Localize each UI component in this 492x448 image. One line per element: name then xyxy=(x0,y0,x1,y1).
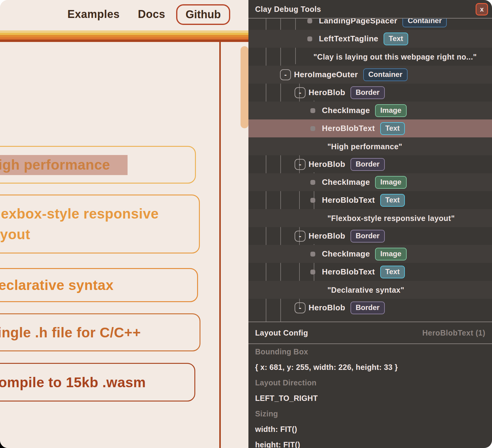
leaf-bullet-icon xyxy=(310,108,315,113)
tree-element-row[interactable]: LandingPageSpacerContainer xyxy=(248,19,492,30)
element-name: HeroImageOuter xyxy=(294,70,358,79)
feature-box: Flexbox-style responsive layout xyxy=(0,195,200,253)
tree-element-row[interactable]: -HeroImageOuterContainer xyxy=(248,66,492,84)
tree-element-row[interactable]: -HeroBlobBorder xyxy=(248,299,492,317)
element-type-badge: Container xyxy=(363,68,408,81)
element-type-badge: Text xyxy=(380,266,405,278)
text-content-preview: "Clay is laying out this webpage right n… xyxy=(313,52,477,61)
element-name: HeroBlobText xyxy=(322,195,375,205)
element-name: CheckImage xyxy=(322,249,370,259)
debug-panel-title: Clay Debug Tools xyxy=(255,5,321,14)
element-type-badge: Border xyxy=(350,158,385,171)
collapse-button[interactable]: - xyxy=(295,302,306,313)
page-scrollbar-thumb[interactable] xyxy=(241,46,248,128)
close-button[interactable]: x xyxy=(476,3,488,16)
element-name: CheckImage xyxy=(322,177,370,187)
feature-label: Single .h file for C/C++ xyxy=(0,322,141,343)
element-label-group: CheckImageImage xyxy=(322,104,407,117)
element-name: HeroBlobText xyxy=(322,267,375,277)
element-type-badge: Border xyxy=(350,86,385,99)
element-type-badge: Text xyxy=(380,194,405,207)
element-type-badge: Border xyxy=(350,230,385,243)
element-label-group: HeroBlobTextText xyxy=(322,266,405,278)
element-name: LeftTextTagline xyxy=(319,34,378,43)
element-type-badge: Image xyxy=(375,104,406,117)
element-label-group: HeroBlobBorder xyxy=(309,302,385,314)
element-label-group: CheckImageImage xyxy=(322,248,407,260)
text-content-preview: "Declarative syntax" xyxy=(327,285,404,294)
tree-element-row[interactable]: -HeroBlobBorder xyxy=(248,227,492,245)
element-type-badge: Border xyxy=(350,302,385,314)
config-field-value: LEFT_TO_RIGHT xyxy=(248,391,492,406)
leaf-bullet-icon xyxy=(310,252,315,257)
leaf-bullet-icon xyxy=(310,126,315,131)
collapse-button[interactable]: - xyxy=(295,159,306,170)
leaf-bullet-icon xyxy=(307,36,312,41)
selected-element-label: HeroBlobText (1) xyxy=(422,329,485,337)
feature-label: High performance xyxy=(0,154,110,175)
text-content-preview: "Flexbox-style responsive layout" xyxy=(327,214,455,222)
element-label-group: CheckImageImage xyxy=(322,176,407,189)
config-field-label: Sizing xyxy=(248,406,492,422)
tree-element-row[interactable]: CheckImageImage xyxy=(248,173,492,191)
tree-element-row[interactable]: LeftTextTaglineText xyxy=(248,30,492,48)
clay-debug-panel: Clay Debug Tools x LandingPageSpacerCont… xyxy=(248,0,492,448)
collapse-button[interactable]: - xyxy=(295,231,306,242)
element-tree: LandingPageSpacerContainerLeftTextTaglin… xyxy=(248,19,492,322)
element-name: HeroBlobText xyxy=(322,124,375,133)
element-label-group: LandingPageSpacerContainer xyxy=(319,19,447,27)
collapse-button[interactable]: - xyxy=(295,87,306,98)
config-field-value: { x: 681, y: 255, width: 226, height: 33… xyxy=(248,360,492,375)
github-button[interactable]: Github xyxy=(176,4,230,25)
config-field-label: Layout Direction xyxy=(248,375,492,391)
tree-text-row[interactable]: "Flexbox-style responsive layout" xyxy=(248,209,492,227)
tree-element-row[interactable]: -HeroBlobBorder xyxy=(248,84,492,102)
leaf-bullet-icon xyxy=(310,270,315,274)
leaf-bullet-icon xyxy=(307,19,312,23)
tree-text-row[interactable]: "Clay is laying out this webpage right n… xyxy=(248,48,492,66)
element-label-group: HeroBlobTextText xyxy=(322,194,405,207)
element-type-badge: Image xyxy=(375,176,406,189)
tree-text-row[interactable]: "High performance" xyxy=(248,137,492,155)
tree-element-row[interactable]: HeroBlobTextText xyxy=(248,191,492,209)
feature-box: High performance xyxy=(0,146,196,184)
element-type-badge: Text xyxy=(384,33,408,45)
tree-element-row[interactable]: CheckImageImage xyxy=(248,245,492,263)
tree-text-row[interactable]: "Declarative syntax" xyxy=(248,281,492,299)
element-name: LandingPageSpacer xyxy=(319,19,397,26)
element-label-group: HeroBlobBorder xyxy=(309,230,385,243)
leaf-bullet-icon xyxy=(310,198,315,203)
debug-panel-header: Clay Debug Tools x xyxy=(248,0,492,19)
element-type-badge: Text xyxy=(380,122,405,135)
tree-element-row[interactable]: -HeroBlobBorder xyxy=(248,155,492,173)
feature-box: Single .h file for C/C++ xyxy=(0,313,200,351)
element-type-badge: Container xyxy=(402,19,447,27)
nav-link-docs[interactable]: Docs xyxy=(138,8,165,21)
element-label-group: HeroBlobBorder xyxy=(309,86,385,99)
element-name: HeroBlob xyxy=(309,88,345,97)
layout-config-body: Bounding Box{ x: 681, y: 255, width: 226… xyxy=(248,344,492,448)
layout-config-title: Layout Config xyxy=(255,329,308,337)
nav-link-examples[interactable]: Examples xyxy=(67,8,120,21)
tree-element-row[interactable]: HeroBlobTextText xyxy=(248,119,492,137)
element-name: HeroBlob xyxy=(309,303,345,312)
element-type-badge: Image xyxy=(375,248,406,260)
tree-element-row[interactable]: HeroBlobTextText xyxy=(248,263,492,281)
element-name: HeroBlob xyxy=(309,231,345,241)
config-field-value: width: FIT() xyxy=(248,422,492,437)
leaf-bullet-icon xyxy=(310,180,315,185)
layout-config-header: Layout Config HeroBlobText (1) xyxy=(248,322,492,343)
text-content-preview: "High performance" xyxy=(327,142,402,151)
config-field-label: Bounding Box xyxy=(248,344,492,360)
element-name: CheckImage xyxy=(322,106,370,115)
screenshot-stage: Examples Docs Github High performanceFle… xyxy=(0,0,492,448)
feature-box: Compile to 15kb .wasm xyxy=(0,363,195,401)
collapse-button[interactable]: - xyxy=(280,69,291,80)
feature-label: Declarative syntax xyxy=(0,275,114,295)
config-field-value: height: FIT() xyxy=(248,437,492,448)
tree-element-row[interactable]: CheckImageImage xyxy=(248,102,492,119)
feature-label: Flexbox-style responsive layout xyxy=(0,203,176,245)
element-name: HeroBlob xyxy=(309,160,345,169)
element-label-group: HeroImageOuterContainer xyxy=(294,68,408,81)
element-label-group: LeftTextTaglineText xyxy=(319,33,408,45)
